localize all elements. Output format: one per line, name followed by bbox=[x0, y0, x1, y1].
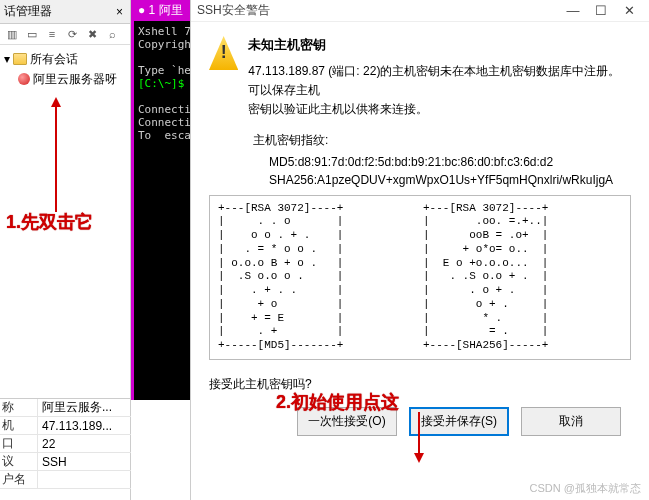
annotation-step2: 2.初始使用点这 bbox=[276, 390, 399, 414]
dialog-message: 47.113.189.87 (端口: 22)的主机密钥未在本地主机密钥数据库中注… bbox=[248, 62, 631, 120]
folder-icon bbox=[13, 53, 27, 65]
annotation-arrow-2 bbox=[418, 412, 420, 460]
watermark: CSDN @孤独本就常态 bbox=[530, 481, 641, 496]
table-row: 机47.113.189... bbox=[0, 417, 131, 435]
delete-icon[interactable]: ✖ bbox=[84, 26, 100, 42]
session-tree: ▾ 所有会话 阿里云服务器呀 bbox=[0, 45, 130, 89]
close-icon[interactable]: × bbox=[113, 5, 126, 19]
dialog-titlebar: SSH安全警告 — ☐ ✕ bbox=[191, 0, 649, 22]
warning-icon bbox=[209, 36, 238, 70]
tree-root[interactable]: ▾ 所有会话 bbox=[4, 49, 126, 69]
session-manager-titlebar: 话管理器 × bbox=[0, 0, 130, 24]
table-row: 议SSH bbox=[0, 453, 131, 471]
expand-icon[interactable]: ▾ bbox=[4, 49, 10, 69]
all-sessions-label: 所有会话 bbox=[30, 49, 78, 69]
ascii-art-box: +---[RSA 3072]----+ | . . o | | o o . + … bbox=[209, 195, 631, 360]
terminal-body[interactable]: Xshell 7 Copyright Type `he [C:\~]$ Conn… bbox=[134, 21, 190, 146]
close-icon[interactable]: ✕ bbox=[615, 3, 643, 18]
minimize-icon[interactable]: — bbox=[559, 3, 587, 18]
accept-save-button[interactable]: 接受并保存(S) bbox=[409, 407, 509, 436]
dialog-header: 未知主机密钥 47.113.189.87 (端口: 22)的主机密钥未在本地主机… bbox=[209, 36, 631, 120]
tree-item-server[interactable]: 阿里云服务器呀 bbox=[4, 69, 126, 89]
dialog-content: 未知主机密钥 47.113.189.87 (端口: 22)的主机密钥未在本地主机… bbox=[191, 22, 649, 446]
terminal-pane: ● 1 阿里 Xshell 7 Copyright Type `he [C:\~… bbox=[131, 0, 190, 400]
session-manager-panel: 话管理器 × ▥ ▭ ≡ ⟳ ✖ ⌕ ▾ 所有会话 阿里云服务器呀 称阿里云服务… bbox=[0, 0, 131, 500]
annotation-step1: 1.先双击它 bbox=[6, 210, 93, 234]
folder-icon[interactable]: ▭ bbox=[24, 26, 40, 42]
table-row: 户名 bbox=[0, 471, 131, 489]
dialog-title: SSH安全警告 bbox=[197, 2, 270, 19]
terminal-tab[interactable]: ● 1 阿里 bbox=[134, 0, 190, 21]
ascii-art-sha256: +---[RSA 3072]----+ | .oo. =.+..| | ooB … bbox=[423, 202, 622, 353]
session-toolbar: ▥ ▭ ≡ ⟳ ✖ ⌕ bbox=[0, 24, 130, 45]
fingerprint-label: 主机密钥指纹: bbox=[209, 132, 631, 149]
refresh-icon[interactable]: ⟳ bbox=[64, 26, 80, 42]
search-icon[interactable]: ⌕ bbox=[104, 26, 120, 42]
server-icon bbox=[18, 73, 30, 85]
server-name: 阿里云服务器呀 bbox=[33, 69, 117, 89]
new-session-icon[interactable]: ▥ bbox=[4, 26, 20, 42]
dialog-buttons: 一次性接受(O) 接受并保存(S) 取消 bbox=[209, 403, 631, 436]
annotation-arrow-1 bbox=[55, 100, 57, 212]
properties-table: 称阿里云服务... 机47.113.189... 口22 议SSH 户名 bbox=[0, 398, 131, 489]
dialog-heading: 未知主机密钥 bbox=[248, 36, 631, 54]
list-icon[interactable]: ≡ bbox=[44, 26, 60, 42]
session-manager-title: 话管理器 bbox=[4, 3, 52, 20]
cancel-button[interactable]: 取消 bbox=[521, 407, 621, 436]
fingerprint-sha256: SHA256:A1pzeQDUV+xgmWpxO1Us+YfF5qmHQnxlr… bbox=[225, 173, 631, 187]
ascii-art-md5: +---[RSA 3072]----+ | . . o | | o o . + … bbox=[218, 202, 417, 353]
table-row: 口22 bbox=[0, 435, 131, 453]
maximize-icon[interactable]: ☐ bbox=[587, 3, 615, 18]
fingerprint-md5: MD5:d8:91:7d:0d:f2:5d:bd:b9:21:bc:86:d0:… bbox=[225, 155, 631, 169]
table-row: 称阿里云服务... bbox=[0, 399, 131, 417]
accept-prompt: 接受此主机密钥吗? bbox=[209, 376, 631, 393]
